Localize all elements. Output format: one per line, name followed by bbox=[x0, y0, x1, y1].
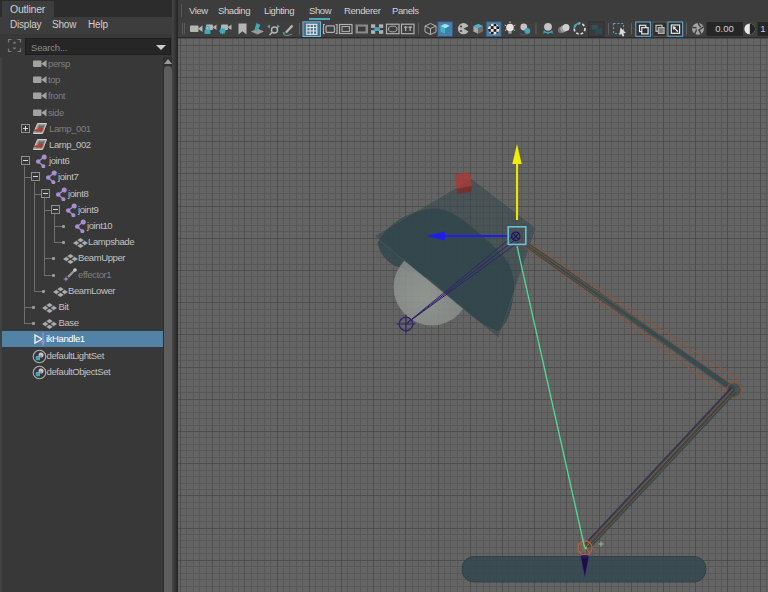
svg-text:1: 1 bbox=[760, 23, 765, 34]
svg-text:0.00: 0.00 bbox=[715, 23, 734, 34]
